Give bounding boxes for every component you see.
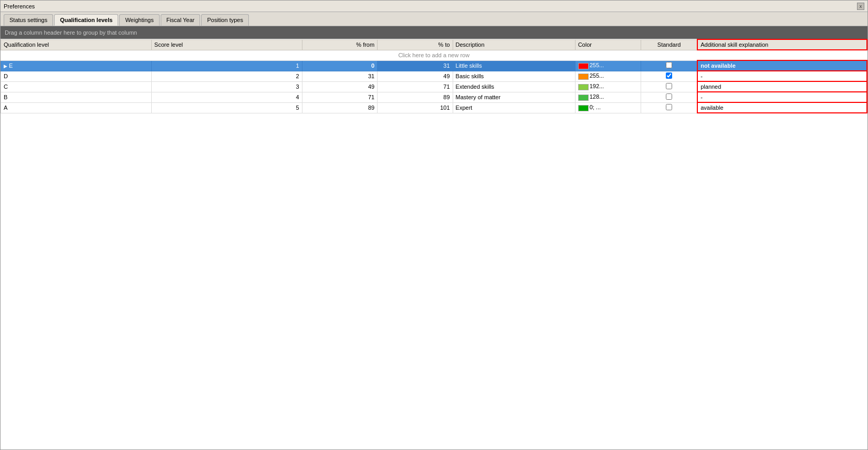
color-swatch bbox=[578, 105, 589, 111]
cell-sl: 4 bbox=[151, 92, 302, 102]
cell-ase: - bbox=[697, 92, 867, 102]
standard-checkbox[interactable] bbox=[666, 93, 672, 100]
cell-desc: Expert bbox=[453, 102, 575, 113]
cell-standard[interactable] bbox=[641, 92, 698, 102]
grid-container[interactable]: Qualification level Score level % from %… bbox=[1, 39, 867, 449]
tab-weightings[interactable]: Weightings bbox=[119, 14, 159, 26]
tab-qualification-levels[interactable]: Qualification levels bbox=[54, 14, 118, 26]
color-label: 0; ... bbox=[590, 104, 601, 110]
table-row[interactable]: B47189Mastery of matter128...- bbox=[1, 92, 867, 102]
table-row[interactable]: A589101Expert0; ...available bbox=[1, 102, 867, 113]
cell-ase: planned bbox=[697, 81, 867, 92]
table-body: ▶E1031Little skills255...not availableD2… bbox=[1, 60, 867, 113]
window-title: Preferences bbox=[4, 3, 857, 9]
add-row-hint[interactable]: Click here to add a new row bbox=[1, 50, 867, 60]
cell-standard[interactable] bbox=[641, 102, 698, 113]
cell-desc: Basic skills bbox=[453, 71, 575, 81]
column-headers: Qualification level Score level % from %… bbox=[1, 39, 867, 50]
cell-ql[interactable]: ▶E bbox=[1, 60, 152, 71]
table-row[interactable]: C34971Extended skills192...planned bbox=[1, 81, 867, 92]
cell-ase: available bbox=[697, 102, 867, 113]
cell-color[interactable]: 128... bbox=[575, 92, 641, 102]
cell-color[interactable]: 255... bbox=[575, 71, 641, 81]
standard-checkbox[interactable] bbox=[666, 104, 672, 110]
group-hint: Drag a column header here to group by th… bbox=[1, 26, 867, 39]
cell-from: 31 bbox=[302, 71, 377, 81]
col-header-ase[interactable]: Additional skill explanation bbox=[697, 39, 867, 50]
cell-ql[interactable]: A bbox=[1, 102, 152, 113]
cell-sl: 1 bbox=[151, 60, 302, 71]
cell-color[interactable]: 255... bbox=[575, 60, 641, 71]
cell-desc: Little skills bbox=[453, 60, 575, 71]
main-window: Preferences x Status settings Qualificat… bbox=[0, 0, 868, 450]
cell-standard[interactable] bbox=[641, 60, 698, 71]
title-bar: Preferences x bbox=[1, 1, 867, 12]
cell-standard[interactable] bbox=[641, 81, 698, 92]
expand-arrow[interactable]: ▶ bbox=[4, 64, 7, 69]
col-header-from[interactable]: % from bbox=[302, 39, 377, 50]
table-row[interactable]: ▶E1031Little skills255...not available bbox=[1, 60, 867, 71]
color-swatch bbox=[578, 84, 589, 90]
cell-ql[interactable]: B bbox=[1, 92, 152, 102]
close-button[interactable]: x bbox=[857, 3, 864, 10]
tab-status-settings[interactable]: Status settings bbox=[4, 14, 53, 26]
tabs-bar: Status settings Qualification levels Wei… bbox=[1, 12, 867, 26]
tab-position-types[interactable]: Position types bbox=[201, 14, 248, 26]
cell-desc: Mastery of matter bbox=[453, 92, 575, 102]
cell-from: 49 bbox=[302, 81, 377, 92]
cell-ql[interactable]: C bbox=[1, 81, 152, 92]
standard-checkbox[interactable] bbox=[666, 62, 672, 68]
color-label: 255... bbox=[590, 72, 604, 79]
cell-ase: - bbox=[697, 71, 867, 81]
cell-sl: 5 bbox=[151, 102, 302, 113]
cell-to: 101 bbox=[378, 102, 453, 113]
cell-from: 71 bbox=[302, 92, 377, 102]
color-label: 192... bbox=[590, 83, 604, 89]
standard-checkbox[interactable] bbox=[666, 83, 672, 89]
table-row[interactable]: D23149Basic skills255...- bbox=[1, 71, 867, 81]
add-row-hint-row[interactable]: Click here to add a new row bbox=[1, 50, 867, 60]
cell-standard[interactable] bbox=[641, 71, 698, 81]
col-header-sl[interactable]: Score level bbox=[151, 39, 302, 50]
qualification-table: Qualification level Score level % from %… bbox=[1, 39, 867, 113]
color-swatch bbox=[578, 74, 589, 80]
cell-from: 89 bbox=[302, 102, 377, 113]
cell-to: 49 bbox=[378, 71, 453, 81]
tab-fiscal-year[interactable]: Fiscal Year bbox=[161, 14, 201, 26]
color-label: 255... bbox=[590, 62, 604, 68]
cell-color[interactable]: 192... bbox=[575, 81, 641, 92]
cell-ase: not available bbox=[697, 60, 867, 71]
color-swatch bbox=[578, 63, 589, 69]
cell-ql[interactable]: D bbox=[1, 71, 152, 81]
col-header-color[interactable]: Color bbox=[575, 39, 641, 50]
col-header-std[interactable]: Standard bbox=[641, 39, 698, 50]
col-header-to[interactable]: % to bbox=[378, 39, 453, 50]
standard-checkbox[interactable] bbox=[666, 72, 672, 79]
cell-from: 0 bbox=[302, 60, 377, 71]
cell-desc: Extended skills bbox=[453, 81, 575, 92]
cell-to: 31 bbox=[378, 60, 453, 71]
col-header-ql[interactable]: Qualification level bbox=[1, 39, 152, 50]
cell-to: 71 bbox=[378, 81, 453, 92]
cell-color[interactable]: 0; ... bbox=[575, 102, 641, 113]
col-header-desc[interactable]: Description bbox=[453, 39, 575, 50]
cell-sl: 3 bbox=[151, 81, 302, 92]
color-label: 128... bbox=[590, 93, 604, 100]
color-swatch bbox=[578, 95, 589, 101]
cell-to: 89 bbox=[378, 92, 453, 102]
cell-sl: 2 bbox=[151, 71, 302, 81]
